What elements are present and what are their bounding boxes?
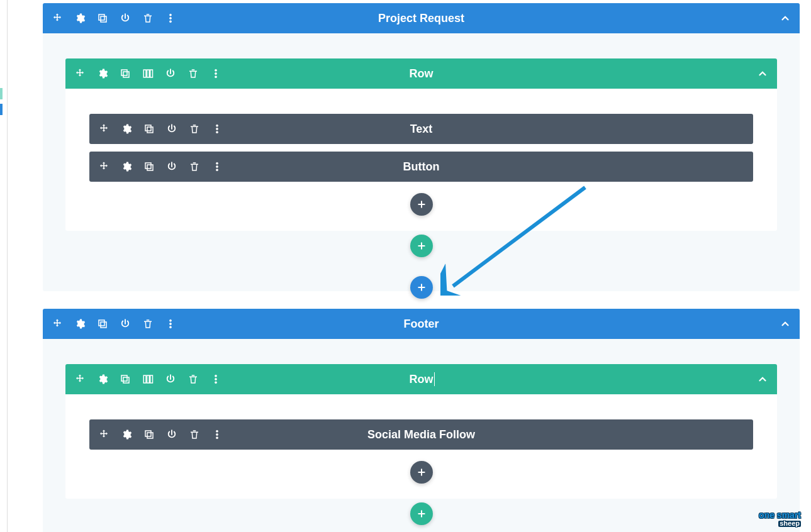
svg-rect-28: [123, 377, 129, 383]
row-header[interactable]: Row: [65, 364, 777, 394]
trash-icon[interactable]: [189, 429, 200, 440]
svg-point-35: [215, 382, 217, 384]
gear-icon[interactable]: [121, 429, 132, 440]
logo-badge: one smart sheep: [759, 511, 801, 527]
trash-icon[interactable]: [189, 123, 200, 135]
section-header[interactable]: Project Request: [43, 3, 800, 33]
module-toolbar: [98, 123, 223, 135]
left-rail: [0, 0, 8, 532]
module-button[interactable]: Button: [89, 152, 753, 182]
move-icon[interactable]: [74, 68, 86, 79]
add-section-button[interactable]: [410, 276, 433, 299]
add-module-button[interactable]: [410, 193, 433, 216]
move-icon[interactable]: [98, 161, 109, 172]
svg-rect-8: [147, 70, 150, 77]
section-toolbar: [52, 13, 176, 24]
module-title: Text: [410, 123, 433, 136]
add-row-button[interactable]: [410, 502, 433, 525]
svg-rect-0: [101, 16, 106, 22]
svg-point-4: [170, 21, 172, 23]
trash-icon[interactable]: [142, 13, 154, 24]
trash-icon[interactable]: [142, 318, 154, 330]
gear-icon[interactable]: [97, 374, 108, 385]
more-icon[interactable]: [211, 429, 223, 440]
row-body: Social Media Follow: [65, 394, 777, 499]
duplicate-icon[interactable]: [143, 429, 155, 440]
more-icon[interactable]: [165, 13, 176, 24]
chevron-up-icon[interactable]: [757, 68, 768, 79]
gear-icon[interactable]: [74, 13, 86, 24]
row-header[interactable]: Row: [65, 58, 777, 89]
svg-point-17: [216, 131, 218, 133]
power-icon[interactable]: [120, 13, 131, 24]
move-icon[interactable]: [74, 374, 86, 385]
more-icon[interactable]: [211, 123, 223, 135]
module-title: Social Media Follow: [367, 428, 475, 441]
module-social-media-follow[interactable]: Social Media Follow: [89, 419, 753, 450]
row-toolbar: [74, 68, 221, 79]
module-title: Button: [403, 160, 440, 174]
more-icon[interactable]: [210, 68, 221, 79]
section-title[interactable]: Footer: [404, 318, 439, 331]
svg-point-11: [215, 73, 217, 75]
builder-canvas: Project Request Row: [8, 0, 811, 532]
row-title[interactable]: Row: [410, 373, 433, 386]
svg-point-25: [170, 319, 172, 321]
chevron-up-icon[interactable]: [757, 374, 768, 385]
duplicate-icon[interactable]: [97, 318, 108, 330]
svg-rect-36: [147, 433, 153, 438]
svg-point-20: [216, 162, 218, 164]
power-icon[interactable]: [166, 123, 177, 135]
duplicate-icon[interactable]: [120, 374, 131, 385]
row-body: Text Button: [65, 89, 777, 231]
module-toolbar: [98, 429, 223, 440]
trash-icon[interactable]: [189, 161, 200, 172]
section-title[interactable]: Project Request: [378, 12, 464, 25]
svg-point-26: [170, 323, 172, 325]
gear-icon[interactable]: [97, 68, 108, 79]
gear-icon[interactable]: [121, 123, 132, 135]
columns-icon[interactable]: [142, 68, 154, 79]
duplicate-icon[interactable]: [143, 123, 155, 135]
svg-rect-37: [145, 431, 151, 436]
svg-rect-9: [150, 70, 153, 77]
power-icon[interactable]: [165, 68, 176, 79]
svg-point-33: [215, 375, 217, 377]
gear-icon[interactable]: [121, 161, 132, 172]
chevron-up-icon[interactable]: [780, 13, 791, 24]
trash-icon[interactable]: [187, 374, 199, 385]
duplicate-icon[interactable]: [97, 13, 108, 24]
move-icon[interactable]: [52, 318, 63, 330]
more-icon[interactable]: [165, 318, 176, 330]
section-footer: Footer Row: [43, 309, 800, 532]
columns-icon[interactable]: [142, 374, 154, 385]
logo-line-1: one smart: [759, 510, 801, 520]
add-module-button[interactable]: [410, 461, 433, 484]
move-icon[interactable]: [52, 13, 63, 24]
trash-icon[interactable]: [187, 68, 199, 79]
gear-icon[interactable]: [74, 318, 86, 330]
svg-point-27: [170, 326, 172, 328]
move-icon[interactable]: [98, 123, 109, 135]
add-row-button[interactable]: [410, 235, 433, 257]
power-icon[interactable]: [165, 374, 176, 385]
svg-point-34: [215, 379, 217, 380]
section-header[interactable]: Footer: [43, 309, 800, 339]
duplicate-icon[interactable]: [120, 68, 131, 79]
chevron-up-icon[interactable]: [780, 318, 791, 330]
power-icon[interactable]: [120, 318, 131, 330]
svg-rect-13: [147, 127, 153, 133]
power-icon[interactable]: [166, 429, 177, 440]
more-icon[interactable]: [211, 161, 223, 172]
more-icon[interactable]: [210, 374, 221, 385]
move-icon[interactable]: [98, 429, 109, 440]
row-title[interactable]: Row: [410, 67, 433, 80]
svg-rect-18: [147, 165, 153, 170]
svg-rect-24: [99, 320, 104, 326]
svg-point-38: [216, 430, 218, 432]
module-text[interactable]: Text: [89, 114, 753, 144]
row-container: Row Text: [65, 58, 777, 231]
duplicate-icon[interactable]: [143, 161, 155, 172]
svg-point-39: [216, 434, 218, 436]
power-icon[interactable]: [166, 161, 177, 172]
